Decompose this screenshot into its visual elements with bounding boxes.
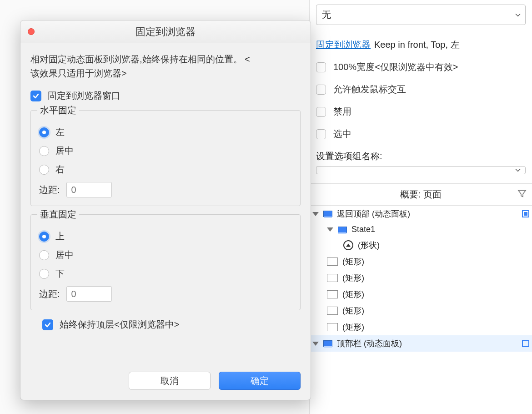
outline-item-state1[interactable]: State1 bbox=[310, 222, 532, 237]
checkbox-disabled[interactable] bbox=[316, 107, 326, 117]
filter-icon[interactable] bbox=[517, 189, 527, 200]
horizontal-legend: 水平固定 bbox=[37, 104, 79, 116]
vertical-margin-label: 边距: bbox=[39, 288, 60, 300]
outline-item-rect-3[interactable]: (矩形) bbox=[310, 286, 532, 303]
horizontal-pin-fieldset: 水平固定 左 居中 右 边距: bbox=[30, 110, 301, 206]
label-vertical-bottom: 下 bbox=[55, 268, 65, 280]
checkbox-mouse-interactions[interactable] bbox=[316, 85, 326, 95]
radio-vertical-middle[interactable] bbox=[39, 250, 49, 260]
dialog-description: 相对固定动态面板到浏览器,始终保持在相同的位置。 < 该效果只适用于浏览器> bbox=[30, 52, 301, 81]
scroll-select[interactable]: 无 bbox=[316, 5, 526, 25]
outline-item-rect-1[interactable]: (矩形) bbox=[310, 253, 532, 270]
dialog-titlebar[interactable]: 固定到浏览器 bbox=[20, 20, 311, 43]
radio-horizontal-left[interactable] bbox=[39, 127, 49, 137]
chevron-down-icon bbox=[515, 10, 521, 20]
checkbox-100-width[interactable] bbox=[316, 62, 326, 72]
disclosure-triangle-icon[interactable] bbox=[327, 227, 333, 232]
outline-item-top-bar[interactable]: 顶部栏 (动态面板) bbox=[310, 335, 532, 352]
outline-label: 返回顶部 (动态面板) bbox=[337, 208, 410, 219]
label-disabled: 禁用 bbox=[333, 106, 351, 118]
snapshot-icon bbox=[343, 240, 353, 250]
disclosure-triangle-icon[interactable] bbox=[312, 212, 319, 216]
checkbox-keep-in-front[interactable] bbox=[42, 319, 53, 330]
cancel-button[interactable]: 取消 bbox=[129, 372, 211, 390]
outline-label: (矩形) bbox=[342, 256, 364, 267]
radio-horizontal-center[interactable] bbox=[39, 146, 49, 156]
outline-item-rect-5[interactable]: (矩形) bbox=[310, 319, 532, 335]
group-name-label: 设置选项组名称: bbox=[316, 150, 526, 162]
outline-tree: 返回顶部 (动态面板) State1 (形状) (矩形) (矩形) (矩形) (… bbox=[310, 206, 532, 352]
visibility-indicator-icon[interactable] bbox=[522, 340, 529, 347]
label-vertical-top: 上 bbox=[55, 230, 65, 242]
rectangle-icon bbox=[327, 274, 338, 282]
chevron-down-icon bbox=[515, 165, 521, 176]
outline-item-back-to-top[interactable]: 返回顶部 (动态面板) bbox=[310, 206, 532, 222]
outline-label: State1 bbox=[351, 225, 375, 234]
outline-item-rect-4[interactable]: (矩形) bbox=[310, 303, 532, 319]
vertical-margin-input[interactable] bbox=[66, 286, 112, 302]
group-name-select[interactable] bbox=[316, 166, 526, 174]
ok-button[interactable]: 确定 bbox=[219, 372, 301, 390]
dynamic-panel-icon bbox=[323, 340, 332, 347]
outline-label: (矩形) bbox=[342, 322, 364, 333]
radio-vertical-bottom[interactable] bbox=[39, 269, 49, 279]
disclosure-triangle-icon[interactable] bbox=[312, 342, 319, 346]
outline-label: (矩形) bbox=[342, 289, 364, 300]
overview-header: 概要: 页面 bbox=[310, 183, 532, 206]
outline-item-rect-2[interactable]: (矩形) bbox=[310, 270, 532, 286]
horizontal-margin-label: 边距: bbox=[39, 184, 60, 196]
label-selected: 选中 bbox=[333, 128, 351, 140]
outline-label: (矩形) bbox=[342, 305, 364, 316]
state-icon bbox=[338, 227, 347, 233]
vertical-legend: 垂直固定 bbox=[37, 208, 79, 221]
checkbox-selected[interactable] bbox=[316, 129, 326, 139]
vertical-pin-fieldset: 垂直固定 上 居中 下 边距: bbox=[30, 214, 301, 310]
radio-vertical-top[interactable] bbox=[39, 232, 49, 242]
label-mouse-interactions: 允许触发鼠标交互 bbox=[333, 83, 406, 96]
pin-to-browser-dialog: 固定到浏览器 相对固定动态面板到浏览器,始终保持在相同的位置。 < 该效果只适用… bbox=[20, 20, 311, 400]
outline-label: 顶部栏 (动态面板) bbox=[337, 338, 402, 349]
label-100-width: 100%宽度<仅限浏览器中有效> bbox=[333, 61, 458, 73]
checkbox-pin-to-browser[interactable] bbox=[30, 91, 41, 101]
label-horizontal-left: 左 bbox=[55, 126, 65, 138]
dynamic-panel-icon bbox=[323, 211, 332, 217]
radio-horizontal-right[interactable] bbox=[39, 165, 49, 175]
rectangle-icon bbox=[327, 307, 338, 315]
outline-label: (形状) bbox=[358, 240, 380, 251]
visibility-indicator-icon[interactable] bbox=[522, 210, 529, 217]
dialog-title: 固定到浏览器 bbox=[20, 25, 311, 39]
outline-item-shape[interactable]: (形状) bbox=[310, 237, 532, 253]
pin-summary-text: Keep in front, Top, 左 bbox=[374, 39, 460, 51]
label-horizontal-right: 右 bbox=[55, 163, 65, 176]
label-keep-in-front: 始终保持顶层<仅限浏览器中> bbox=[60, 318, 179, 331]
horizontal-margin-input[interactable] bbox=[66, 182, 112, 197]
rectangle-icon bbox=[327, 290, 338, 298]
label-vertical-middle: 居中 bbox=[55, 249, 74, 261]
rectangle-icon bbox=[327, 257, 338, 266]
overview-title: 概要: 页面 bbox=[315, 188, 527, 201]
outline-label: (矩形) bbox=[342, 273, 364, 283]
scroll-select-value: 无 bbox=[322, 10, 331, 20]
rectangle-icon bbox=[327, 323, 338, 331]
inspector-panel: 无 固定到浏览器 Keep in front, Top, 左 100%宽度<仅限… bbox=[309, 0, 532, 414]
label-horizontal-center: 居中 bbox=[55, 145, 74, 157]
label-pin-to-browser: 固定到浏览器窗口 bbox=[48, 90, 120, 102]
pin-to-browser-link[interactable]: 固定到浏览器 bbox=[316, 39, 371, 51]
